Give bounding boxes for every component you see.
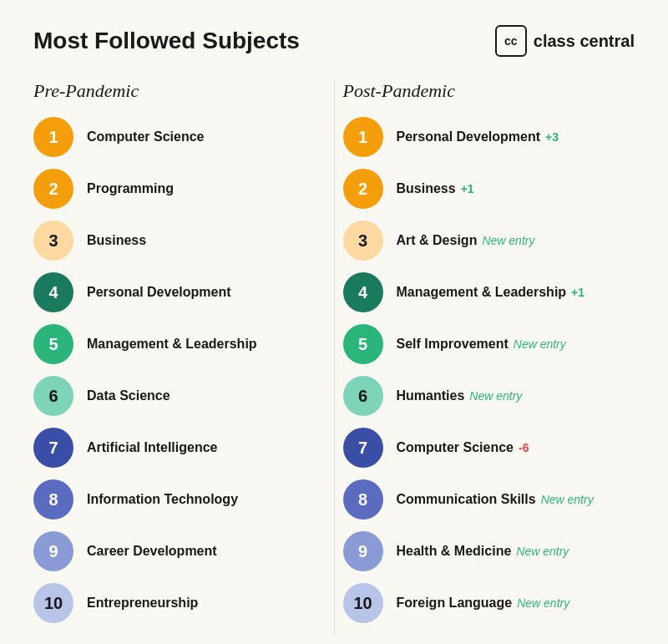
- change-indicator: +1: [461, 182, 474, 195]
- item-label: HumantiesNew entry: [397, 388, 523, 403]
- item-text: Personal Development: [87, 285, 231, 299]
- rank-badge: 7: [343, 428, 383, 468]
- item-label: Data Science: [87, 388, 170, 403]
- item-text: Entrepreneurship: [87, 596, 198, 610]
- item-label: Programming: [87, 181, 174, 196]
- rank-badge: 9: [33, 531, 73, 571]
- rank-badge: 1: [33, 117, 73, 157]
- change-indicator: New entry: [469, 389, 522, 403]
- pre-pandemic-title: Pre-Pandemic: [33, 80, 309, 102]
- item-text: Career Development: [87, 544, 217, 558]
- item-text: Business: [397, 181, 456, 195]
- item-text: Computer Science: [87, 129, 204, 144]
- item-text: Information Technology: [87, 492, 238, 506]
- rank-badge: 10: [33, 583, 73, 623]
- item-text: Data Science: [87, 388, 170, 403]
- item-label: Management & Leadership+1: [397, 285, 585, 300]
- change-indicator: -6: [519, 441, 529, 454]
- post-pandemic-column: Post-Pandemic 1Personal Development+32Bu…: [343, 80, 635, 635]
- list-item: 3Art & DesignNew entry: [343, 221, 619, 261]
- list-item: 6HumantiesNew entry: [343, 376, 619, 416]
- pre-pandemic-column: Pre-Pandemic 1Computer Science2Programmi…: [33, 80, 326, 635]
- change-indicator: New entry: [514, 337, 566, 351]
- list-item: 1Computer Science: [33, 117, 309, 157]
- list-item: 2Business+1: [343, 169, 619, 209]
- rank-badge: 5: [343, 324, 383, 364]
- list-item: 10Foreign LanguageNew entry: [343, 583, 619, 623]
- list-item: 5Self ImprovementNew entry: [343, 324, 619, 364]
- rank-badge: 9: [343, 531, 383, 571]
- rank-badge: 2: [33, 169, 73, 209]
- item-label: Computer Science-6: [397, 440, 529, 455]
- main-content: Pre-Pandemic 1Computer Science2Programmi…: [33, 80, 635, 635]
- pre-pandemic-list: 1Computer Science2Programming3Business4P…: [33, 117, 309, 623]
- item-label: Foreign LanguageNew entry: [397, 596, 570, 611]
- item-label: Career Development: [87, 544, 217, 559]
- item-text: Self Improvement: [397, 337, 509, 351]
- change-indicator: New entry: [541, 493, 594, 506]
- item-text: Business: [87, 233, 146, 247]
- change-indicator: New entry: [517, 596, 569, 610]
- item-label: Communication SkillsNew entry: [397, 492, 594, 507]
- list-item: 1Personal Development+3: [343, 117, 619, 157]
- list-item: 7Artificial Intelligence: [33, 428, 309, 468]
- list-item: 4Personal Development: [33, 272, 309, 312]
- post-pandemic-title: Post-Pandemic: [343, 80, 619, 102]
- rank-badge: 8: [343, 479, 383, 520]
- item-label: Artificial Intelligence: [87, 440, 217, 455]
- list-item: 9Career Development: [33, 531, 309, 571]
- list-item: 7Computer Science-6: [343, 428, 619, 468]
- page-title: Most Followed Subjects: [33, 28, 300, 54]
- item-text: Art & Design: [397, 233, 478, 247]
- item-text: Personal Development: [397, 129, 541, 144]
- column-divider: [334, 80, 335, 635]
- change-indicator: +1: [571, 286, 584, 299]
- item-text: Health & Medicine: [397, 544, 512, 558]
- item-label: Business+1: [397, 181, 474, 196]
- rank-badge: 6: [33, 376, 73, 416]
- list-item: 10Entrepreneurship: [33, 583, 309, 623]
- logo-icon: cc: [495, 25, 527, 57]
- list-item: 8Information Technology: [33, 479, 309, 520]
- item-text: Computer Science: [397, 440, 514, 454]
- item-text: Artificial Intelligence: [87, 440, 217, 454]
- list-item: 3Business: [33, 221, 309, 261]
- rank-badge: 3: [343, 221, 383, 261]
- rank-badge: 10: [343, 583, 383, 623]
- change-indicator: New entry: [482, 234, 534, 247]
- rank-badge: 4: [33, 272, 73, 312]
- item-text: Management & Leadership: [397, 285, 567, 299]
- list-item: 8Communication SkillsNew entry: [343, 479, 619, 520]
- list-item: 4Management & Leadership+1: [343, 272, 619, 312]
- rank-badge: 5: [33, 324, 73, 364]
- rank-badge: 7: [33, 428, 73, 468]
- item-label: Personal Development+3: [397, 129, 559, 145]
- rank-badge: 6: [343, 376, 383, 416]
- rank-badge: 8: [33, 479, 73, 520]
- change-indicator: +3: [545, 130, 559, 144]
- list-item: 9Health & MedicineNew entry: [343, 531, 619, 571]
- item-label: Computer Science: [87, 129, 204, 145]
- list-item: 5Management & Leadership: [33, 324, 309, 364]
- item-label: Entrepreneurship: [87, 596, 198, 611]
- post-pandemic-list: 1Personal Development+32Business+13Art &…: [343, 117, 619, 623]
- item-text: Humanties: [397, 388, 465, 403]
- list-item: 2Programming: [33, 169, 309, 209]
- item-label: Self ImprovementNew entry: [397, 337, 566, 352]
- logo-text: class central: [534, 32, 635, 51]
- rank-badge: 4: [343, 272, 383, 312]
- item-label: Health & MedicineNew entry: [397, 544, 569, 559]
- item-label: Information Technology: [87, 492, 238, 507]
- rank-badge: 2: [343, 169, 383, 209]
- list-item: 6Data Science: [33, 376, 309, 416]
- change-indicator: New entry: [516, 545, 569, 558]
- item-text: Programming: [87, 181, 174, 195]
- item-text: Management & Leadership: [87, 337, 257, 351]
- item-label: Art & DesignNew entry: [397, 233, 535, 248]
- item-label: Management & Leadership: [87, 337, 257, 352]
- item-text: Communication Skills: [397, 492, 536, 506]
- page-header: Most Followed Subjects cc class central: [33, 25, 635, 57]
- rank-badge: 3: [33, 221, 73, 261]
- brand-logo: cc class central: [495, 25, 635, 57]
- item-label: Personal Development: [87, 285, 231, 300]
